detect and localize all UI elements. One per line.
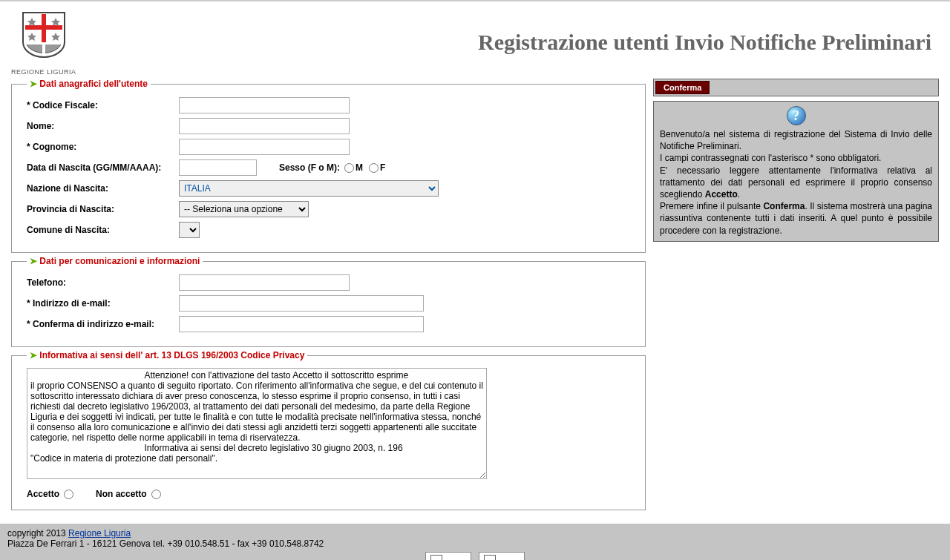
logo-label: REGIONE LIGURIA [11, 68, 76, 76]
comune-label: Comune di Nascita: [27, 225, 179, 235]
info-press: Premere infine il pulsante Conferma. Il … [660, 200, 932, 237]
accetto-label: Accetto [27, 489, 59, 499]
privacy-textarea[interactable]: Attenzione! con l'attivazione del tasto … [27, 368, 487, 479]
sesso-f-radio[interactable] [369, 163, 379, 173]
sesso-m-text: M [356, 162, 363, 173]
email-conf-input[interactable] [179, 316, 424, 332]
footer: copyright 2013 Regione Liguria Piazza De… [0, 524, 950, 560]
info-box: ? Benvenuto/a nel sistema di registrazio… [653, 101, 939, 242]
nazione-select[interactable]: ITALIA [179, 180, 439, 197]
sesso-f-text: F [380, 162, 385, 173]
svg-rect-6 [42, 45, 45, 56]
footer-address: Piazza De Ferrari 1 - 16121 Genova tel. … [7, 538, 943, 549]
non-accetto-label: Non accetto [96, 489, 147, 499]
privacy-legend: Informativa ai sensi dell' art. 13 DLGS … [39, 350, 304, 360]
nazione-label: Nazione di Nascita: [27, 183, 179, 194]
nome-label: Nome: [27, 121, 179, 131]
data-nascita-label: Data di Nascita (GG/MM/AAAA): [27, 162, 179, 173]
provincia-select[interactable]: -- Seleziona una opzione [179, 201, 309, 217]
accetto-radio[interactable] [64, 490, 73, 499]
provincia-label: Provincia di Nascita: [27, 204, 179, 214]
non-accetto-radio[interactable] [151, 490, 161, 499]
email-label: * Indirizzo di e-mail: [27, 298, 179, 309]
conferma-button[interactable]: Conferma [655, 81, 710, 94]
svg-rect-1 [25, 25, 62, 30]
region-logo-icon [19, 9, 68, 67]
comunicazioni-legend: Dati per comunicazioni e informazioni [39, 256, 200, 266]
help-icon: ? [787, 106, 806, 125]
email-input[interactable] [179, 295, 424, 312]
info-mandatory: I campi contrassegnati con l'asterisco *… [660, 152, 932, 164]
footer-badge-1[interactable] [425, 552, 471, 560]
email-conf-label: * Conferma di indirizzo e-mail: [27, 319, 179, 329]
page-title: Registrazione utenti Invio Notifiche Pre… [478, 30, 931, 55]
telefono-label: Telefono: [27, 277, 179, 288]
codice-fiscale-input[interactable] [179, 97, 350, 113]
info-consent: E' necessario leggere attentamente l'inf… [660, 165, 932, 201]
telefono-input[interactable] [179, 274, 350, 291]
conferma-bar: Conferma [653, 79, 939, 96]
privacy-fieldset: ➤ Informativa ai sensi dell' art. 13 DLG… [11, 350, 646, 510]
comunicazioni-fieldset: ➤ Dati per comunicazioni e informazioni … [11, 256, 646, 347]
cognome-input[interactable] [179, 139, 350, 155]
info-welcome: Benvenuto/a nel sistema di registrazione… [660, 128, 932, 152]
footer-badge-2[interactable] [479, 552, 525, 560]
sesso-m-radio[interactable] [344, 163, 354, 173]
nome-input[interactable] [179, 118, 350, 134]
cognome-label: * Cognome: [27, 142, 179, 152]
data-nascita-input[interactable] [179, 159, 257, 176]
codice-fiscale-label: * Codice Fiscale: [27, 100, 179, 111]
comune-select[interactable] [179, 222, 200, 238]
logo: REGIONE LIGURIA [11, 9, 76, 76]
region-link[interactable]: Regione Liguria [68, 528, 131, 538]
anagrafica-fieldset: ➤ Dati anagrafici dell'utente * Codice F… [11, 79, 646, 253]
copyright-text: copyright 2013 [7, 528, 68, 538]
anagrafica-legend: Dati anagrafici dell'utente [39, 79, 148, 89]
sesso-label: Sesso (F o M): [279, 162, 340, 173]
